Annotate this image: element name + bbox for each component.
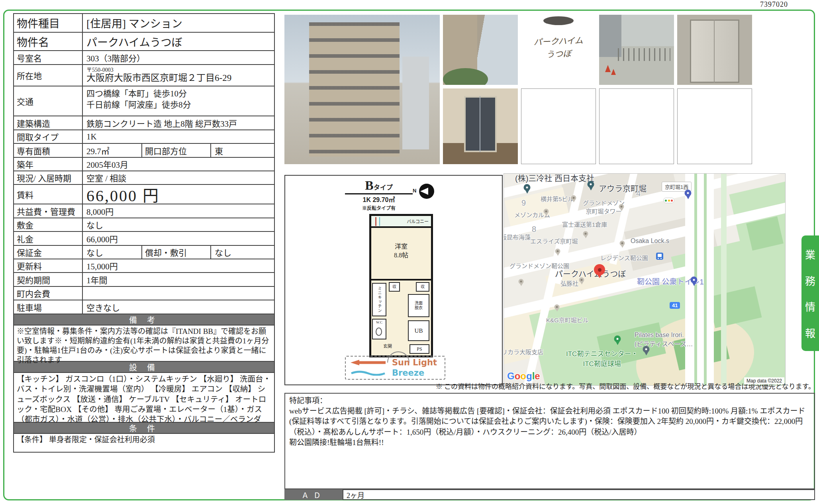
document-number: 7397020 [760, 0, 788, 9]
location-map: (株)三冷社 西日本支社 アウラ京町堀 4 京町堀1西 横井第5ビル グランドメ… [504, 173, 786, 386]
map-pin-gray-icon [555, 249, 560, 256]
balcony: バルコニー [371, 216, 431, 228]
map-pin-property-icon [594, 264, 605, 278]
sign-line: うつぼ [521, 47, 596, 62]
google-logo: Google [507, 371, 540, 382]
row-label: 更新料 [14, 259, 83, 272]
sign-text: パークハイム うつぼ [521, 34, 596, 62]
row-label: 契約期間 [14, 273, 83, 286]
photo-slot-empty [599, 88, 674, 164]
storage-cell: 収 [389, 282, 400, 292]
map-label: 富士運送第1倉庫 [562, 220, 607, 228]
room-name: 洋室 [371, 242, 431, 251]
legend-sun-row: Sun Light [350, 358, 441, 367]
map-label: グランドメゾン 京町堀タワー [583, 198, 625, 215]
map-pin-gray-icon [544, 209, 549, 216]
row-label: 保証金 [14, 246, 83, 259]
compass-icon: N [419, 184, 434, 199]
row-label: 物件名 [14, 33, 83, 50]
table-row: 駐車場 空きなし [14, 300, 274, 314]
table-row: 号室名 303（3階部分） [14, 51, 274, 65]
row-label: 物件種目 [14, 14, 83, 32]
map-pin-gray-icon [554, 304, 560, 312]
table-row-rent: 賃料 66,000 円 [14, 185, 274, 204]
map-label: リカラ大阪支店 [504, 347, 543, 356]
row-value: 29.7㎡ [83, 144, 142, 157]
row-value: 空室 / 相談 [83, 171, 274, 184]
lamp-shape [543, 16, 573, 25]
tab-char: 報 [805, 325, 815, 340]
address: 大阪府大阪市西区京町堀２丁目6-29 [86, 73, 270, 83]
breeze-wave-icon [350, 370, 386, 376]
compass-north-label: N [413, 188, 416, 194]
special-notes-box: 特記事項： webサービス広告掲載 [許可]・チラシ、雑誌等掲載広告 [要確認]… [284, 393, 815, 489]
map-label: 阪昆布海藻 [504, 233, 531, 241]
map-pin-gray-icon [620, 241, 625, 248]
transit-line: 千日前線「阿波座」徒歩8分 [86, 99, 270, 110]
row-value: 2005年03月 [83, 158, 274, 171]
row-value-2: なし [211, 246, 274, 259]
row-value: 66,000円 [83, 232, 274, 245]
map-label: K&G京町堀ビル [546, 316, 589, 324]
table-row: 交通 四つ橋線「本町」徒歩10分 千日前線「阿波座」徒歩8分 [14, 86, 274, 116]
special-notes-title: 特記事項： [289, 396, 810, 406]
ad-value: 2ヶ月 [343, 489, 815, 500]
route-badge: 41 [670, 302, 680, 309]
row-label: 築年 [14, 158, 83, 171]
map-pin-teal-icon [524, 184, 531, 194]
cone-shape [611, 69, 616, 75]
table-row: 所在地 〒550-0003 大阪府大阪市西区京町堀２丁目6-29 [14, 65, 274, 86]
table-row: 共益費・管理費 8,000円 [14, 204, 274, 218]
balcony-door-mark [379, 217, 380, 226]
row-value: なし [83, 218, 274, 231]
row-value: 空きなし [83, 300, 274, 314]
row-value: パークハイムうつぼ [83, 33, 274, 50]
photo-building-exterior-main [284, 15, 440, 164]
row-label-2: 償却・敷引 [142, 246, 211, 259]
map-pin-park-icon [614, 335, 621, 345]
balcony-label: バルコニー [407, 218, 429, 224]
row-value: 8,000円 [83, 204, 274, 218]
map-label: 弘豚社 [560, 279, 578, 287]
business-info-tab[interactable]: 業 務 情 報 [801, 235, 819, 351]
map-pin-gray-icon [619, 204, 624, 211]
map-label: 8 [532, 225, 536, 234]
building-shape [309, 22, 399, 157]
table-row: 礼金 66,000円 [14, 232, 274, 246]
table-row: 築年 2005年03月 [14, 158, 274, 171]
tab-char: 情 [805, 299, 815, 314]
photo-entrance-door [677, 15, 752, 85]
row-value: 四つ橋線「本町」徒歩10分 千日前線「阿波座」徒歩8分 [83, 86, 274, 116]
row-label-2: 開口部方位 [142, 144, 211, 157]
table-row: 保証金 なし 償却・敷引 なし [14, 246, 274, 259]
row-value: 1年間 [83, 273, 274, 286]
map-pin-gray-icon [519, 279, 524, 286]
sun-arrow-icon [350, 359, 386, 366]
row-value: 〒550-0003 大阪府大阪市西区京町堀２丁目6-29 [83, 65, 274, 86]
map-pin-gray-icon [571, 195, 576, 202]
row-label: 建築構造 [14, 116, 83, 129]
cone-shape [605, 65, 611, 72]
balcony-door-mark [375, 217, 376, 226]
row-label: 礼金 [14, 232, 83, 245]
table-row: 間取タイプ 1K [14, 130, 274, 144]
transit-line: 四つ橋線「本町」徒歩10分 [86, 88, 270, 99]
room-size: 8.8帖 [371, 251, 431, 260]
row-value: [住居用] マンション [83, 14, 274, 32]
property-flyer-page: 7397020 業 務 情 報 物件種目 [住居用] マンション 物件名 パーク… [0, 0, 819, 504]
postal-code: 〒550-0003 [86, 67, 270, 73]
row-label: 専有面積 [14, 144, 83, 157]
bike-rack-shape [618, 48, 670, 61]
road-median [704, 174, 707, 386]
table-row: 物件名 パークハイムうつぼ [14, 33, 274, 51]
main-room-label: 洋室 8.8帖 [371, 242, 431, 259]
map-pin-gray-icon [583, 231, 588, 238]
road-median [721, 174, 727, 386]
transit-station-icon [656, 253, 663, 260]
row-value: 鉄筋コンクリート造 地上8階 総戸数33戸 [83, 116, 274, 129]
row-label: 所在地 [14, 65, 83, 86]
row-value: 15,000円 [83, 259, 274, 272]
map-label: 4 [636, 189, 641, 198]
legend-sun-label: Sun Light [392, 358, 437, 367]
table-row: 専有面積 29.7㎡ 開口部方位 東 [14, 144, 274, 158]
